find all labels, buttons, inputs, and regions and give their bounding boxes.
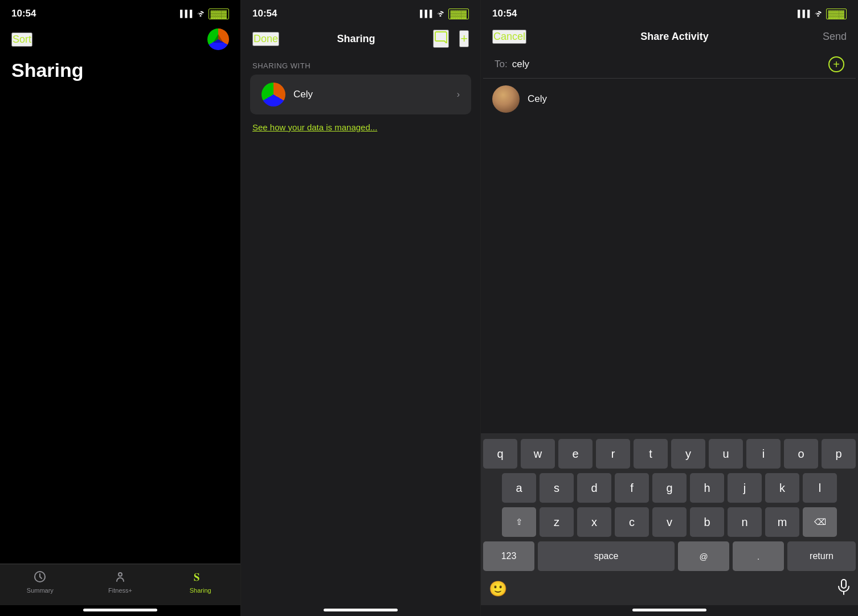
svg-point-2: [119, 573, 122, 576]
emoji-button[interactable]: 🙂: [489, 580, 507, 598]
svg-text:𝐒: 𝐒: [194, 571, 200, 583]
sharing-row[interactable]: Cely ›: [250, 75, 471, 114]
user-avatar-icon[interactable]: [207, 28, 229, 50]
tab-summary-label: Summary: [27, 587, 54, 594]
sharing-icon: 𝐒: [193, 569, 209, 585]
chevron-right-icon: ›: [457, 89, 460, 100]
status-icons-2: ▐▐▐ ▓▓▓: [418, 9, 469, 19]
key-b[interactable]: b: [690, 507, 724, 537]
panel3-header: Cancel Share Activity Send: [481, 22, 858, 51]
wifi-icon-1: [196, 8, 205, 19]
key-c[interactable]: c: [615, 507, 649, 537]
fitness-icon: [112, 569, 128, 585]
to-label: To:: [495, 59, 508, 70]
status-time-3: 10:54: [492, 8, 517, 19]
tab-fitness[interactable]: Fitness+: [80, 569, 161, 594]
to-field: To: +: [483, 51, 856, 79]
panel3-spacer: [481, 120, 858, 433]
panel1-nav: Sort: [0, 24, 240, 55]
key-z[interactable]: z: [540, 507, 574, 537]
shift-key[interactable]: ⇧: [502, 507, 536, 537]
tab-sharing[interactable]: 𝐒 Sharing: [160, 569, 240, 594]
panel1-bottom: Summary Fitness+ 𝐒 Sharing: [0, 564, 240, 616]
wifi-icon-2: [436, 9, 445, 19]
signal-icon-1: ▐▐▐: [178, 10, 193, 18]
status-icons-1: ▐▐▐ ▓▓▓: [178, 8, 229, 19]
status-bar-3: 10:54 ▐▐▐ ▓▓▓: [481, 0, 858, 22]
key-p[interactable]: p: [822, 439, 856, 469]
key-u[interactable]: u: [709, 439, 743, 469]
key-n[interactable]: n: [728, 507, 762, 537]
return-key[interactable]: return: [787, 541, 856, 571]
key-o[interactable]: o: [784, 439, 818, 469]
panel2-bottom: [241, 605, 480, 616]
key-f[interactable]: f: [615, 473, 649, 503]
battery-icon-3: ▓▓▓: [826, 9, 847, 19]
key-r[interactable]: r: [596, 439, 630, 469]
header-icons: +: [433, 30, 469, 48]
space-key[interactable]: space: [538, 541, 675, 571]
delete-key[interactable]: ⌫: [803, 507, 837, 537]
page-title-1: Sharing: [0, 55, 240, 91]
cancel-button[interactable]: Cancel: [492, 30, 526, 44]
dot-key[interactable]: .: [733, 541, 784, 571]
send-button[interactable]: Send: [823, 31, 847, 43]
status-icons-3: ▐▐▐ ▓▓▓: [795, 9, 847, 19]
key-v[interactable]: v: [652, 507, 687, 537]
home-indicator-3: [632, 609, 706, 611]
key-d[interactable]: d: [577, 473, 611, 503]
tab-bar: Summary Fitness+ 𝐒 Sharing: [0, 564, 240, 605]
numbers-key[interactable]: 123: [483, 541, 534, 571]
panel2-spacer: [241, 140, 480, 616]
key-x[interactable]: x: [577, 507, 611, 537]
home-indicator-1: [83, 609, 157, 611]
tab-fitness-label: Fitness+: [108, 587, 132, 594]
to-input[interactable]: [512, 59, 828, 70]
tab-summary[interactable]: Summary: [0, 569, 80, 594]
tab-sharing-label: Sharing: [190, 587, 211, 594]
key-a[interactable]: a: [502, 473, 536, 503]
key-i[interactable]: i: [746, 439, 781, 469]
key-k[interactable]: k: [765, 473, 799, 503]
battery-icon-1: ▓▓▓: [209, 9, 229, 19]
key-s[interactable]: s: [540, 473, 574, 503]
key-y[interactable]: y: [671, 439, 705, 469]
add-button[interactable]: +: [459, 30, 469, 47]
key-g[interactable]: g: [652, 473, 687, 503]
panel-sharing-detail: 10:54 ▐▐▐ ▓▓▓ Done Sharing + SHARING WIT…: [240, 0, 481, 616]
sort-button[interactable]: Sort: [11, 32, 32, 47]
key-e[interactable]: e: [558, 439, 593, 469]
suggestion-row[interactable]: Cely: [481, 79, 858, 120]
at-key[interactable]: @: [678, 541, 729, 571]
key-q[interactable]: q: [483, 439, 517, 469]
status-bar-2: 10:54 ▐▐▐ ▓▓▓: [241, 0, 480, 22]
section-label: SHARING WITH: [241, 52, 480, 75]
home-indicator-2: [324, 609, 398, 611]
suggestion-avatar: [492, 85, 520, 113]
summary-icon: [32, 569, 48, 585]
key-l[interactable]: l: [803, 473, 837, 503]
battery-icon-2: ▓▓▓: [448, 9, 469, 19]
wifi-icon-3: [814, 9, 823, 19]
status-time-2: 10:54: [252, 8, 277, 19]
key-t[interactable]: t: [634, 439, 668, 469]
add-recipient-button[interactable]: +: [828, 56, 844, 72]
data-managed-link[interactable]: See how your data is managed...: [241, 114, 480, 140]
signal-icon-2: ▐▐▐: [418, 10, 432, 18]
panel1-content: [0, 91, 240, 616]
status-time-1: 10:54: [11, 8, 36, 19]
chat-button[interactable]: [433, 30, 449, 48]
contact-avatar: [262, 83, 285, 106]
keyboard-bottom-row: 🙂: [483, 576, 856, 603]
done-button[interactable]: Done: [252, 32, 279, 46]
key-h[interactable]: h: [690, 473, 724, 503]
microphone-button[interactable]: [837, 579, 850, 598]
svg-rect-4: [841, 580, 846, 588]
key-m[interactable]: m: [765, 507, 799, 537]
panel-share-activity: 10:54 ▐▐▐ ▓▓▓ Cancel Share Activity Send…: [481, 0, 858, 616]
status-bar-1: 10:54 ▐▐▐ ▓▓▓: [0, 0, 240, 24]
suggestion-name: Cely: [528, 93, 547, 105]
key-j[interactable]: j: [728, 473, 762, 503]
keyboard-row-4: 123 space @ . return: [483, 541, 856, 571]
key-w[interactable]: w: [521, 439, 555, 469]
